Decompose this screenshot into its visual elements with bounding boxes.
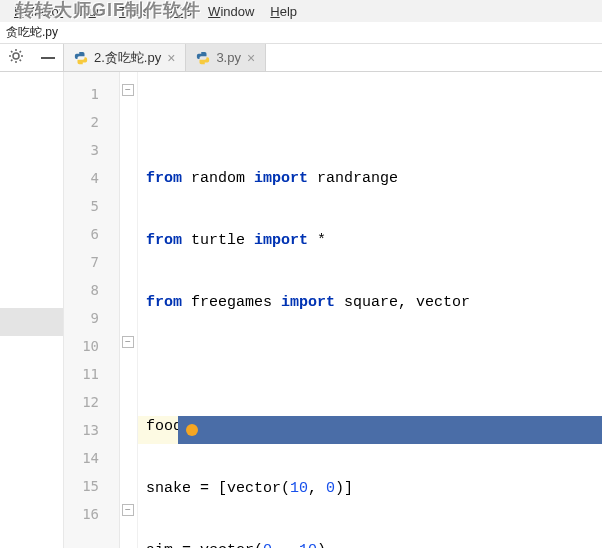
- line-number[interactable]: 7: [64, 248, 119, 276]
- left-margin: [0, 72, 64, 548]
- fold-toggle-icon[interactable]: −: [122, 504, 134, 516]
- breadcrumb-file: 贪吃蛇.py: [6, 24, 58, 41]
- code-line: from freegames import square, vector: [138, 289, 602, 317]
- code-line: from turtle import *: [138, 227, 602, 255]
- editor: 1 2 3 4 5 6 7 8 9 10 11 12 13 14 15 16 −…: [0, 72, 602, 548]
- editor-tabs: 2.贪吃蛇.py × 3.py ×: [64, 44, 266, 71]
- line-number[interactable]: 2: [64, 108, 119, 136]
- menu-bar: 转转大师GIF制作软件 Refactor Run Tools VCS Windo…: [0, 0, 602, 22]
- line-number[interactable]: 6: [64, 220, 119, 248]
- close-icon[interactable]: ×: [167, 51, 175, 65]
- line-number-gutter: 1 2 3 4 5 6 7 8 9 10 11 12 13 14 15 16: [64, 72, 120, 548]
- close-icon[interactable]: ×: [247, 51, 255, 65]
- collapse-icon[interactable]: [41, 57, 55, 59]
- code-line: snake = [vector(10, 0)]: [138, 475, 602, 503]
- line-number[interactable]: 8: [64, 276, 119, 304]
- fold-gutter: − − −: [120, 72, 138, 548]
- line-number[interactable]: 13: [64, 416, 119, 444]
- line-number[interactable]: 4: [64, 164, 119, 192]
- menu-tools[interactable]: Tools: [113, 2, 155, 21]
- line-number[interactable]: 9: [64, 304, 119, 332]
- tool-panel-controls: [0, 44, 64, 71]
- breadcrumb[interactable]: 贪吃蛇.py: [0, 22, 602, 44]
- fold-toggle-icon[interactable]: −: [122, 84, 134, 96]
- line-number[interactable]: 16: [64, 500, 119, 528]
- fold-toggle-icon[interactable]: −: [122, 336, 134, 348]
- line-number[interactable]: 3: [64, 136, 119, 164]
- code-line: from random import randrange: [138, 165, 602, 193]
- line-number[interactable]: 10: [64, 332, 119, 360]
- tab-file-1[interactable]: 2.贪吃蛇.py ×: [64, 44, 186, 71]
- svg-point-0: [13, 53, 19, 59]
- gear-icon[interactable]: [8, 48, 24, 67]
- line-number[interactable]: 1: [64, 80, 119, 108]
- menu-vcs[interactable]: VCS: [159, 2, 198, 21]
- line-number[interactable]: 5: [64, 192, 119, 220]
- code-line: aim = vector(0, -10): [138, 537, 602, 548]
- python-icon: [74, 51, 88, 65]
- margin-marker: [0, 308, 63, 336]
- tab-file-2[interactable]: 3.py ×: [186, 44, 266, 71]
- code-area[interactable]: from random import randrange from turtle…: [138, 72, 602, 548]
- code-line: [138, 351, 602, 379]
- line-number[interactable]: 11: [64, 360, 119, 388]
- line-number[interactable]: 12: [64, 388, 119, 416]
- menu-refactor[interactable]: Refactor: [8, 2, 69, 21]
- python-icon: [196, 51, 210, 65]
- line-number[interactable]: 15: [64, 472, 119, 500]
- selection-highlight: [178, 416, 602, 444]
- menu-help[interactable]: Help: [264, 2, 303, 21]
- menu-run[interactable]: Run: [73, 2, 109, 21]
- line-number[interactable]: 14: [64, 444, 119, 472]
- tab-label: 3.py: [216, 50, 241, 65]
- breakpoint-icon[interactable]: [186, 424, 198, 436]
- tab-label: 2.贪吃蛇.py: [94, 49, 161, 67]
- menu-window[interactable]: Window: [202, 2, 260, 21]
- toolbar: 2.贪吃蛇.py × 3.py ×: [0, 44, 602, 72]
